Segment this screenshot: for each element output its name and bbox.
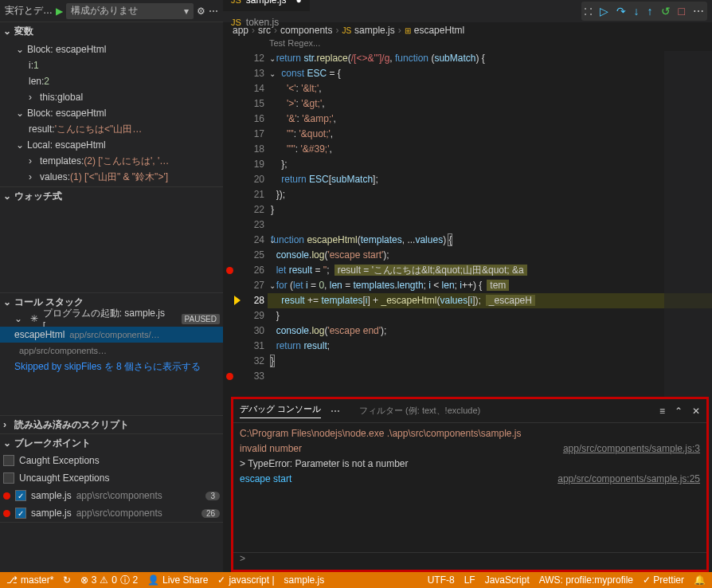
- debug-toolbar-button[interactable]: ↺: [661, 5, 671, 18]
- debug-toolbar: ⸬▷↷↓↑↺□⋯: [581, 2, 707, 21]
- prettier-status[interactable]: ✓ Prettier: [643, 574, 684, 586]
- breakpoint-row[interactable]: Uncaught Exceptions: [0, 469, 223, 487]
- scope-header[interactable]: ⌄Block: escapeHtml: [0, 41, 223, 57]
- debug-toolbar-button[interactable]: ↷: [616, 5, 626, 18]
- console-output[interactable]: C:\Program Files\nodejs\node.exe .\app\s…: [233, 423, 706, 552]
- live-share[interactable]: 👤 Live Share: [147, 574, 208, 586]
- run-debug-label: 実行とデ…: [5, 4, 53, 18]
- debug-toolbar-button[interactable]: □: [679, 5, 685, 18]
- callstack-frame[interactable]: app/src/components…: [0, 343, 223, 359]
- console-filter-input[interactable]: フィルター (例: text、!exclude): [350, 405, 650, 417]
- variable-row[interactable]: i: 1: [0, 57, 223, 73]
- variable-row[interactable]: ›values: (1) ['<"山田" & "鈴木">']: [0, 169, 223, 185]
- breakpoint-row[interactable]: Caught Exceptions: [0, 452, 223, 469]
- close-icon[interactable]: ✕: [692, 406, 700, 417]
- breakpoint-row[interactable]: sample.jsapp\src\components3: [0, 487, 223, 504]
- watch-header[interactable]: ⌄ウォッチ式: [0, 187, 223, 205]
- more-icon[interactable]: ⋯: [331, 406, 340, 417]
- config-dropdown[interactable]: 構成がありませ▾: [66, 3, 194, 19]
- debug-toolbar-button[interactable]: ⋯: [693, 5, 704, 18]
- console-tab[interactable]: デバッグ コンソール: [240, 403, 321, 418]
- file-status[interactable]: sample.js: [284, 574, 325, 586]
- scope-header[interactable]: ⌄Local: escapeHtml: [0, 137, 223, 153]
- callstack-frame[interactable]: escapeHtmlapp/src/components/…: [0, 327, 223, 343]
- breakpoints-header[interactable]: ⌄ブレークポイント: [0, 434, 223, 452]
- console-input[interactable]: >: [233, 552, 706, 570]
- skipfiles-link[interactable]: Skipped by skipFiles を 8 個さらに表示する: [0, 359, 223, 375]
- lang-status[interactable]: JavaScript: [485, 574, 530, 586]
- loaded-scripts-header[interactable]: ›読み込み済みのスクリプト: [0, 416, 223, 433]
- checkbox[interactable]: [3, 472, 14, 484]
- problems-status[interactable]: ⊗ 3 ⚠ 0 ⓘ 2: [80, 574, 138, 587]
- debug-toolbar-button[interactable]: ↓: [634, 5, 640, 18]
- breakpoint-row[interactable]: sample.jsapp\src\components26: [0, 504, 223, 522]
- eol-status[interactable]: LF: [464, 574, 475, 586]
- aws-status[interactable]: AWS: profile:myprofile: [539, 574, 633, 586]
- debug-config-bar: 実行とデ… ▶ 構成がありませ▾ ⚙ ⋯: [0, 0, 223, 22]
- collapse-icon[interactable]: ⌃: [675, 406, 683, 417]
- checkbox[interactable]: [15, 508, 26, 519]
- start-debug-icon[interactable]: ▶: [56, 6, 63, 17]
- editor-tab[interactable]: JSsample.js●: [223, 0, 310, 11]
- word-wrap-icon[interactable]: ≡: [659, 406, 665, 417]
- sync-icon[interactable]: ↻: [63, 574, 71, 586]
- bell-icon[interactable]: 🔔: [694, 574, 706, 586]
- variable-row[interactable]: ›this: global: [0, 89, 223, 105]
- debug-toolbar-button[interactable]: ▷: [600, 5, 608, 18]
- eslint-status[interactable]: ✓ javascript |: [217, 574, 274, 586]
- debug-toolbar-button[interactable]: ⸬: [585, 5, 592, 18]
- variable-row[interactable]: result: 'こんにちは<"山田…: [0, 121, 223, 137]
- gear-icon[interactable]: ⚙: [197, 6, 205, 17]
- breakpoint-dot: [3, 510, 10, 517]
- debug-console-panel: デバッグ コンソール ⋯ フィルター (例: text、!exclude) ≡ …: [231, 397, 709, 572]
- breakpoint-dot: [3, 492, 10, 500]
- variables-header[interactable]: ⌄変数: [0, 22, 223, 40]
- variable-row[interactable]: len: 2: [0, 73, 223, 89]
- breadcrumb[interactable]: app›src›components›JSsample.js›⊞escapeHt…: [223, 22, 712, 38]
- status-bar: ⎇ master* ↻ ⊗ 3 ⚠ 0 ⓘ 2 👤 Live Share ✓ j…: [0, 572, 712, 588]
- encoding-status[interactable]: UTF-8: [428, 574, 455, 586]
- callstack-thread[interactable]: ⌄✳プログラムの起動: sample.js [… PAUSED: [0, 311, 223, 327]
- debug-toolbar-button[interactable]: ↑: [647, 5, 653, 18]
- checkbox[interactable]: [3, 455, 14, 466]
- sidebar: 実行とデ… ▶ 構成がありませ▾ ⚙ ⋯ ⌄変数 ⌄Block: escapeH…: [0, 0, 223, 572]
- variable-row[interactable]: ›templates: (2) ['こんにちは', '…: [0, 153, 223, 169]
- more-icon[interactable]: ⋯: [209, 6, 218, 17]
- branch-status[interactable]: ⎇ master*: [6, 574, 53, 586]
- checkbox[interactable]: [15, 490, 26, 501]
- codelens[interactable]: Test Regex...: [223, 38, 712, 51]
- scope-header[interactable]: ⌄Block: escapeHtml: [0, 105, 223, 121]
